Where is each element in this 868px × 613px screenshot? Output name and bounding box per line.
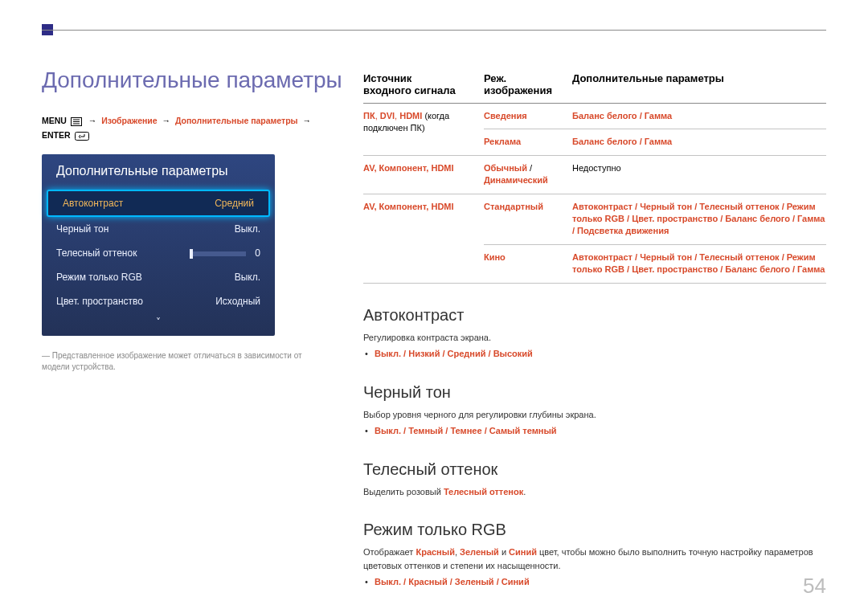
section-title: Режим только RGB — [363, 521, 826, 539]
osd-slider-wrap: 0 — [190, 247, 260, 259]
cell-source: ПК, DVI, HDMI (когда подключен ПК) — [363, 104, 484, 156]
osd-label: Цвет. пространство — [56, 296, 143, 307]
th-mode: Реж. изображения — [484, 67, 572, 104]
cell-extra: Автоконтраст / Черный тон / Телесный отт… — [572, 244, 826, 283]
osd-note-text: Представленное изображение может отличат… — [42, 351, 302, 371]
menu-label: MENU — [42, 116, 67, 125]
cell-mode: Обычный / Динамический — [484, 155, 572, 194]
cell-source: AV, Компонент, HDMI — [363, 155, 484, 194]
osd-row-color-space[interactable]: Цвет. пространство Исходный — [42, 289, 275, 313]
table-row: ПК, DVI, HDMI (когда подключен ПК) Сведе… — [363, 104, 826, 129]
cell-extra: Автоконтраст / Черный тон / Телесный отт… — [572, 194, 826, 244]
compat-table: Источник входного сигнала Реж. изображен… — [363, 67, 826, 284]
cell-source: AV, Компонент, HDMI — [363, 194, 484, 283]
osd-title: Дополнительные параметры — [42, 154, 275, 190]
section-desc: Выбор уровня черного для регулировки глу… — [363, 408, 826, 422]
osd-label: Автоконтраст — [63, 198, 123, 209]
page-content: Дополнительные параметры MENU → Изображе… — [42, 67, 826, 597]
table-header-row: Источник входного сигнала Реж. изображен… — [363, 67, 826, 104]
cell-mode: Стандартный — [484, 194, 572, 244]
osd-row-flesh-tone[interactable]: Телесный оттенок 0 — [42, 241, 275, 265]
section-flesh-tone: Телесный оттенок Выделить розовый Телесн… — [363, 460, 826, 499]
th-source: Источник входного сигнала — [363, 67, 484, 104]
top-rule — [42, 30, 826, 31]
osd-row-autocontrast[interactable]: Автоконтраст Средний — [47, 190, 270, 217]
arrow-icon: → — [88, 114, 97, 129]
left-column: Дополнительные параметры MENU → Изображе… — [42, 67, 347, 373]
osd-panel: Дополнительные параметры Автоконтраст Ср… — [42, 154, 275, 336]
right-column: Источник входного сигнала Реж. изображен… — [363, 67, 826, 592]
section-autocontrast: Автоконтраст Регулировка контраста экран… — [363, 306, 826, 361]
crumb-advanced: Дополнительные параметры — [175, 116, 298, 125]
osd-value: Исходный — [215, 296, 260, 307]
section-rgb-only: Режим только RGB Отображает Красный, Зел… — [363, 521, 826, 589]
cell-extra: Баланс белого / Гамма — [572, 104, 826, 129]
section-options: Выкл. / Красный / Зеленый / Синий — [363, 575, 826, 589]
arrow-icon: → — [303, 114, 312, 129]
section-desc: Отображает Красный, Зеленый и Синий цвет… — [363, 546, 826, 572]
chevron-down-icon[interactable]: ˅ — [42, 313, 275, 331]
section-black-tone: Черный тон Выбор уровня черного для регу… — [363, 383, 826, 438]
breadcrumb: MENU → Изображение → Дополнительные пара… — [42, 114, 347, 143]
osd-value: Выкл. — [235, 272, 260, 283]
section-options: Выкл. / Низкий / Средний / Высокий — [363, 347, 826, 361]
osd-label: Режим только RGB — [56, 272, 142, 283]
cell-extra: Недоступно — [572, 155, 826, 194]
osd-label: Телесный оттенок — [56, 247, 137, 259]
page-title: Дополнительные параметры — [42, 67, 347, 93]
cell-mode: Сведения — [484, 104, 572, 129]
osd-value: Выкл. — [235, 223, 260, 235]
table-row: AV, Компонент, HDMI Стандартный Автоконт… — [363, 194, 826, 244]
section-options: Выкл. / Темный / Темнее / Самый темный — [363, 424, 826, 438]
osd-row-black-tone[interactable]: Черный тон Выкл. — [42, 217, 275, 241]
osd-value: 0 — [255, 247, 260, 259]
osd-row-rgb-only[interactable]: Режим только RGB Выкл. — [42, 265, 275, 289]
th-extra: Дополнительные параметры — [572, 67, 826, 104]
section-title: Телесный оттенок — [363, 460, 826, 479]
osd-slider[interactable] — [190, 251, 246, 256]
arrow-icon: → — [162, 114, 171, 129]
section-desc: Регулировка контраста экрана. — [363, 331, 826, 345]
osd-value: Средний — [215, 198, 254, 209]
enter-label: ENTER — [42, 130, 71, 140]
table-row: AV, Компонент, HDMI Обычный / Динамическ… — [363, 155, 826, 194]
section-desc: Выделить розовый Телесный оттенок. — [363, 485, 826, 499]
cell-extra: Баланс белого / Гамма — [572, 129, 826, 155]
menu-icon — [71, 117, 82, 126]
enter-icon — [75, 132, 89, 141]
section-title: Автоконтраст — [363, 306, 826, 325]
page-number: 54 — [803, 574, 826, 599]
cell-mode: Реклама — [484, 129, 572, 155]
osd-footnote: ― Представленное изображение может отлич… — [42, 350, 331, 373]
crumb-image: Изображение — [101, 116, 157, 125]
dash-icon: ― — [42, 351, 50, 360]
cell-mode: Кино — [484, 244, 572, 283]
osd-label: Черный тон — [56, 223, 108, 235]
section-title: Черный тон — [363, 383, 826, 402]
